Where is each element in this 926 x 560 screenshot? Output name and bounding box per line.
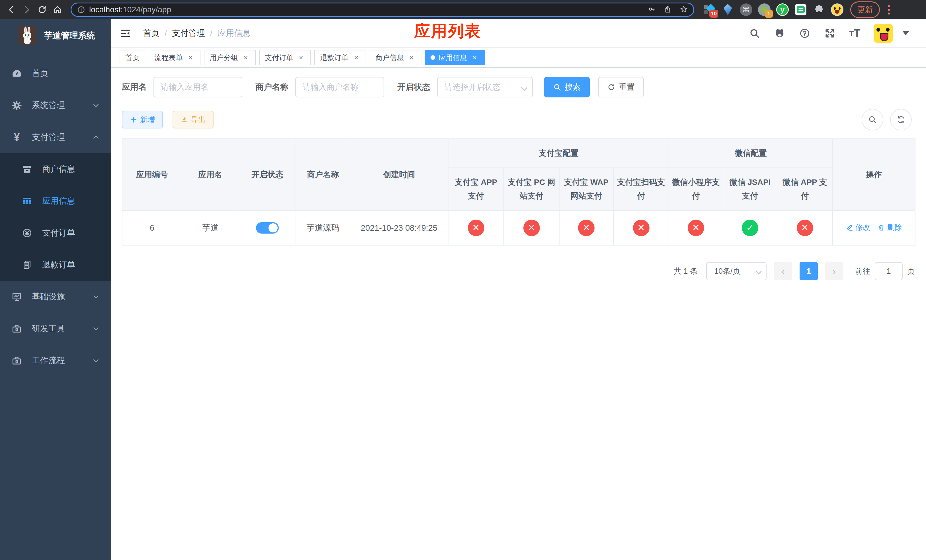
- delete-link[interactable]: 删除: [878, 222, 902, 232]
- shop-icon: [22, 164, 32, 175]
- cell-created: 2021-10-23 08:49:25: [350, 210, 448, 245]
- sidebar-item-label: 商户信息: [42, 163, 75, 175]
- reset-button[interactable]: 重置: [598, 77, 644, 97]
- sidebar-item-system[interactable]: 系统管理: [0, 89, 111, 121]
- browser-toolbar: localhost:1024/pay/app 10 ⌘: [0, 0, 926, 20]
- extension-blocks-icon[interactable]: 10: [703, 3, 716, 16]
- status-label: 开启状态: [397, 82, 430, 93]
- status-select[interactable]: 请选择开启状态: [437, 77, 533, 97]
- page-suffix: 页: [907, 266, 915, 276]
- extension-gem-icon[interactable]: [722, 3, 734, 16]
- bookmark-star-icon[interactable]: [680, 5, 688, 14]
- header-search-icon[interactable]: [748, 27, 761, 39]
- breadcrumb-payment[interactable]: 支付管理: [172, 28, 205, 39]
- sidebar-item-refund-orders[interactable]: 退款订单: [0, 249, 111, 281]
- refresh-button[interactable]: [890, 109, 912, 130]
- col-header-actions: 操作: [832, 139, 915, 210]
- col-header-merchant: 商户名称: [296, 139, 350, 210]
- password-key-icon[interactable]: [648, 5, 656, 14]
- toolbox-icon: [11, 355, 22, 366]
- sidebar-item-workflow[interactable]: 工作流程: [0, 345, 111, 377]
- extension-chat-icon[interactable]: [794, 3, 807, 16]
- tag-refund-orders[interactable]: 退款订单×: [314, 50, 366, 65]
- page-size-select[interactable]: 10条/页: [706, 262, 767, 280]
- col-header-wechat-mini: 微信小程序支付: [669, 168, 723, 210]
- tag-user-group[interactable]: 用户分组×: [204, 50, 256, 65]
- browser-back-button[interactable]: [5, 3, 18, 16]
- alipay-wap-status-icon: [578, 219, 595, 236]
- font-size-icon[interactable]: TT: [849, 27, 861, 39]
- add-button[interactable]: 新增: [122, 111, 163, 129]
- col-header-wechat-jsapi: 微信 JSAPI 支付: [723, 168, 777, 210]
- sidebar-item-pay-orders[interactable]: 支付订单: [0, 217, 111, 249]
- main-content: 应用名 商户名称 开启状态 请选择开启状态 搜索 重置 新增: [111, 68, 926, 560]
- browser-forward-button[interactable]: [21, 3, 33, 16]
- app-name-input[interactable]: [153, 77, 242, 97]
- close-icon[interactable]: ×: [242, 53, 250, 62]
- export-button[interactable]: 导出: [172, 111, 213, 129]
- fullscreen-icon[interactable]: [823, 27, 836, 39]
- toggle-search-button[interactable]: [862, 109, 883, 130]
- tag-home[interactable]: 首页: [120, 50, 145, 65]
- page-number-1[interactable]: 1: [800, 262, 818, 280]
- share-icon[interactable]: [664, 5, 672, 14]
- wechat-app-status-icon: [797, 219, 813, 236]
- extension-y-icon[interactable]: y: [776, 3, 789, 16]
- extension-badge: 1: [765, 10, 773, 18]
- extension-recorder-icon[interactable]: 1: [758, 3, 770, 16]
- tag-pay-orders[interactable]: 支付订单×: [259, 50, 311, 65]
- prev-page-button[interactable]: ‹: [774, 262, 792, 280]
- close-icon[interactable]: ×: [471, 53, 479, 62]
- breadcrumb-separator: /: [165, 29, 167, 38]
- merchant-name-label: 商户名称: [256, 82, 289, 93]
- chevron-down-icon: [92, 357, 100, 364]
- sidebar-item-home[interactable]: 首页: [0, 58, 111, 89]
- sidebar-item-app-info[interactable]: 应用信息: [0, 185, 111, 217]
- sidebar-collapse-icon[interactable]: [119, 27, 132, 39]
- extensions-puzzle-icon[interactable]: [813, 3, 825, 16]
- alipay-qr-status-icon: [633, 219, 649, 236]
- github-icon[interactable]: [773, 27, 786, 39]
- tag-process-form[interactable]: 流程表单×: [149, 50, 200, 65]
- tag-app-info[interactable]: 应用信息×: [425, 50, 485, 65]
- browser-profile-avatar[interactable]: [831, 3, 843, 16]
- user-avatar[interactable]: [874, 24, 893, 43]
- next-page-button[interactable]: ›: [825, 262, 843, 280]
- address-bar[interactable]: localhost:1024/pay/app: [71, 3, 694, 17]
- goto-page-input[interactable]: [875, 262, 903, 280]
- close-icon[interactable]: ×: [186, 53, 195, 62]
- help-icon[interactable]: [799, 27, 811, 39]
- close-icon[interactable]: ×: [297, 53, 305, 62]
- close-icon[interactable]: ×: [407, 53, 416, 62]
- browser-reload-button[interactable]: [36, 3, 48, 16]
- tag-merchant-info[interactable]: 商户信息×: [369, 50, 421, 65]
- col-group-wechat: 微信配置: [669, 139, 832, 168]
- sidebar-item-dev-tools[interactable]: 研发工具: [0, 313, 111, 345]
- sidebar-item-label: 退款订单: [42, 259, 75, 271]
- chevron-down-icon: [92, 325, 100, 332]
- sidebar-item-payment[interactable]: ¥ 支付管理: [0, 121, 111, 153]
- status-toggle[interactable]: [256, 222, 279, 233]
- extension-badge: 10: [709, 10, 718, 18]
- monitor-chart-icon: [11, 291, 22, 302]
- sidebar-item-merchant-info[interactable]: 商户信息: [0, 153, 111, 185]
- sidebar-item-label: 系统管理: [32, 100, 65, 111]
- sidebar-item-label: 支付订单: [42, 227, 75, 239]
- sidebar-item-infrastructure[interactable]: 基础设施: [0, 281, 111, 313]
- search-button[interactable]: 搜索: [544, 77, 590, 97]
- col-header-status: 开启状态: [239, 139, 296, 210]
- table-row: 6 芋道 芋道源码 2021-10-23 08:49:25: [122, 210, 915, 245]
- site-info-icon[interactable]: [77, 6, 85, 14]
- tags-view-bar: 首页 流程表单× 用户分组× 支付订单× 退款订单× 商户信息× 应用信息×: [111, 48, 926, 68]
- browser-update-button[interactable]: 更新: [850, 2, 880, 18]
- breadcrumb-home[interactable]: 首页: [143, 28, 159, 39]
- avatar-caret-icon[interactable]: [903, 31, 909, 35]
- sidebar: 芋道管理系统 首页 系统管理 ¥ 支付管理: [0, 20, 111, 560]
- close-icon[interactable]: ×: [352, 53, 360, 62]
- extension-command-icon[interactable]: ⌘: [740, 3, 752, 16]
- merchant-name-input[interactable]: [295, 77, 384, 97]
- edit-link[interactable]: 修改: [846, 222, 870, 232]
- col-header-alipay-qr: 支付宝扫码支付: [613, 168, 669, 210]
- browser-home-button[interactable]: [51, 3, 64, 16]
- browser-menu-icon[interactable]: [884, 3, 893, 16]
